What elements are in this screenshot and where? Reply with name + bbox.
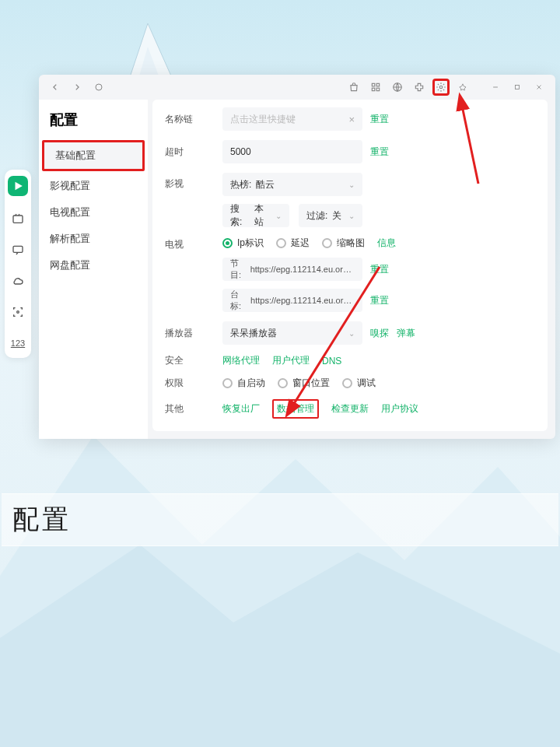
- data-manage-link[interactable]: 数据管理: [272, 399, 319, 419]
- pin-icon[interactable]: [454, 79, 471, 96]
- info-link[interactable]: 信息: [377, 237, 396, 250]
- window-minimize-button[interactable]: [487, 79, 504, 96]
- chevron-down-icon: ⌄: [275, 212, 282, 220]
- chevron-down-icon: ⌄: [348, 329, 355, 338]
- ua-link[interactable]: 用户代理: [272, 354, 310, 367]
- movie-icon[interactable]: [9, 210, 26, 227]
- player-select[interactable]: 呆呆播放器 ⌄: [222, 321, 362, 345]
- sidebar-item-label: 网盘配置: [50, 259, 90, 271]
- radio-label: 缩略图: [337, 237, 365, 250]
- name-input[interactable]: 点击这里快捷键 ×: [222, 107, 362, 131]
- input-prefix: 台标:: [230, 289, 248, 312]
- play-icon[interactable]: [8, 176, 28, 196]
- clear-icon[interactable]: ×: [348, 114, 355, 125]
- reset-link[interactable]: 重置: [370, 263, 389, 276]
- hot-select[interactable]: 热榜: 酷云 ⌄: [222, 173, 362, 196]
- svg-marker-4: [0, 545, 560, 747]
- radio-delay[interactable]: 延迟: [276, 237, 310, 250]
- numbers-icon[interactable]: 123: [9, 335, 26, 352]
- search-select[interactable]: 搜索: 本站 ⌄: [222, 204, 289, 227]
- extension-icon[interactable]: [411, 79, 428, 96]
- svg-point-8: [96, 84, 102, 90]
- timeout-input[interactable]: 5000: [222, 140, 362, 163]
- logo-input[interactable]: 台标: https://epg.112114.eu.org/lo...: [222, 289, 362, 312]
- sidebar-item-label: 基础配置: [55, 149, 96, 161]
- row-permission: 权限 自启动 窗口位置 调试: [165, 377, 535, 390]
- agreement-link[interactable]: 用户协议: [381, 402, 418, 416]
- radio-ip[interactable]: Ip标识: [222, 237, 264, 250]
- sidebar-title: 配置: [39, 110, 148, 139]
- gear-icon[interactable]: [432, 79, 450, 96]
- svg-rect-6: [13, 246, 23, 252]
- nav-refresh-button[interactable]: [90, 79, 107, 96]
- placeholder-text: 点击这里快捷键: [230, 113, 296, 126]
- input-value: https://epg.112114.eu.org/lo...: [250, 296, 355, 305]
- nav-forward-button[interactable]: [68, 79, 86, 96]
- row-label: 其他: [165, 402, 215, 416]
- filter-select[interactable]: 过滤: 关 ⌄: [299, 204, 362, 227]
- chevron-down-icon: ⌄: [348, 181, 355, 189]
- update-link[interactable]: 检查更新: [331, 402, 369, 416]
- sidebar-item-label: 解析配置: [50, 233, 90, 244]
- sidebar-item-media[interactable]: 影视配置: [39, 173, 148, 199]
- language-icon[interactable]: [389, 79, 406, 96]
- svg-rect-15: [516, 86, 520, 89]
- banner-title: 配置: [12, 502, 72, 538]
- radio-thumb[interactable]: 缩略图: [322, 237, 365, 250]
- reset-link[interactable]: 重置: [370, 146, 389, 159]
- select-value: 关: [332, 209, 341, 223]
- store-icon[interactable]: [345, 79, 362, 96]
- row-name: 名称链 点击这里快捷键 × 重置: [165, 107, 535, 131]
- scan-icon[interactable]: [9, 303, 26, 321]
- left-icon-rail: 123: [5, 170, 31, 358]
- input-value: 5000: [230, 146, 251, 157]
- settings-sidebar: 配置 基础配置 影视配置 电视配置 解析配置 网盘配置: [39, 100, 148, 439]
- window-close-button[interactable]: [530, 79, 548, 96]
- proxy-link[interactable]: 网络代理: [222, 354, 260, 367]
- lower-banner: 配置: [2, 493, 558, 546]
- reset-link[interactable]: 重置: [370, 113, 389, 126]
- svg-rect-10: [376, 83, 380, 86]
- sniff-link[interactable]: 嗅探: [370, 327, 389, 340]
- nav-back-button[interactable]: [47, 79, 64, 96]
- settings-content: 名称链 点击这里快捷键 × 重置 超时 5000 重置 影视 热榜:: [152, 100, 548, 431]
- svg-marker-3: [0, 436, 560, 747]
- row-player: 播放器 呆呆播放器 ⌄ 嗅探 弹幕: [165, 321, 535, 345]
- select-value: 呆呆播放器: [230, 327, 277, 340]
- epg-input[interactable]: 节目: https://epg.112114.eu.org/?c...: [222, 258, 362, 281]
- select-value: 酷云: [256, 178, 275, 191]
- row-other: 其他 恢复出厂 数据管理 检查更新 用户协议: [165, 399, 535, 419]
- sidebar-item-label: 电视配置: [50, 206, 90, 218]
- row-label: 影视: [165, 173, 215, 191]
- radio-label: 窗口位置: [292, 377, 330, 390]
- row-label: 超时: [165, 146, 215, 159]
- svg-rect-5: [13, 216, 23, 223]
- window-maximize-button[interactable]: [509, 79, 526, 96]
- input-value: https://epg.112114.eu.org/?c...: [250, 265, 355, 274]
- row-media: 影视 热榜: 酷云 ⌄ 搜索: 本站 ⌄ 过滤:: [165, 173, 535, 227]
- titlebar: [39, 75, 555, 100]
- factory-link[interactable]: 恢复出厂: [222, 402, 260, 416]
- sidebar-item-parse[interactable]: 解析配置: [39, 226, 148, 252]
- row-timeout: 超时 5000 重置: [165, 140, 535, 163]
- select-prefix: 搜索:: [230, 202, 250, 229]
- sidebar-item-label: 影视配置: [50, 180, 90, 191]
- radio-debug[interactable]: 调试: [342, 377, 376, 390]
- select-value: 本站: [254, 202, 271, 229]
- danmu-link[interactable]: 弹幕: [397, 327, 415, 340]
- row-label: 名称链: [165, 113, 215, 126]
- svg-rect-9: [372, 83, 375, 86]
- dns-link[interactable]: DNS: [322, 356, 341, 366]
- sidebar-item-disk[interactable]: 网盘配置: [39, 252, 148, 279]
- grid-icon[interactable]: [367, 79, 384, 96]
- sidebar-item-base[interactable]: 基础配置: [42, 140, 145, 171]
- chat-icon[interactable]: [9, 241, 26, 258]
- radio-winpos[interactable]: 窗口位置: [278, 377, 330, 390]
- sidebar-item-tv[interactable]: 电视配置: [39, 199, 148, 226]
- reset-link[interactable]: 重置: [370, 294, 389, 307]
- radio-autostart[interactable]: 自启动: [222, 377, 265, 390]
- svg-point-7: [17, 311, 19, 314]
- cloud-icon[interactable]: [9, 272, 26, 289]
- radio-label: 延迟: [291, 237, 310, 250]
- svg-rect-11: [372, 88, 375, 91]
